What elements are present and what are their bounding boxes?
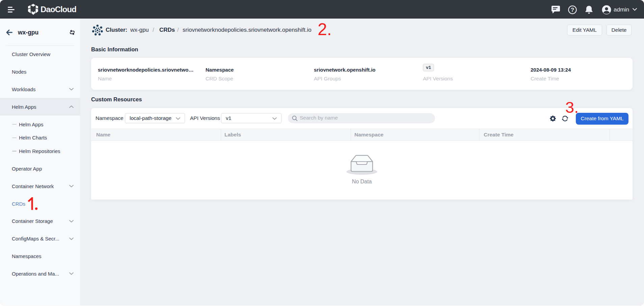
svg-text:?: ? [570,6,574,12]
